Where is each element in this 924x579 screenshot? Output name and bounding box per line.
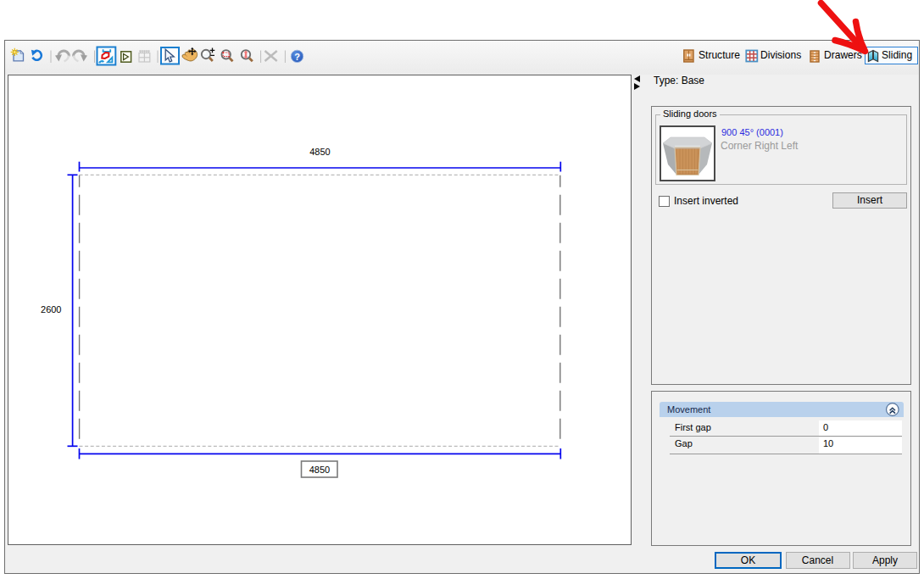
svg-text:4850: 4850: [309, 465, 330, 475]
svg-text:2600: 2600: [41, 304, 61, 315]
svg-text:?: ?: [294, 52, 300, 62]
svg-text:4850: 4850: [309, 147, 330, 157]
